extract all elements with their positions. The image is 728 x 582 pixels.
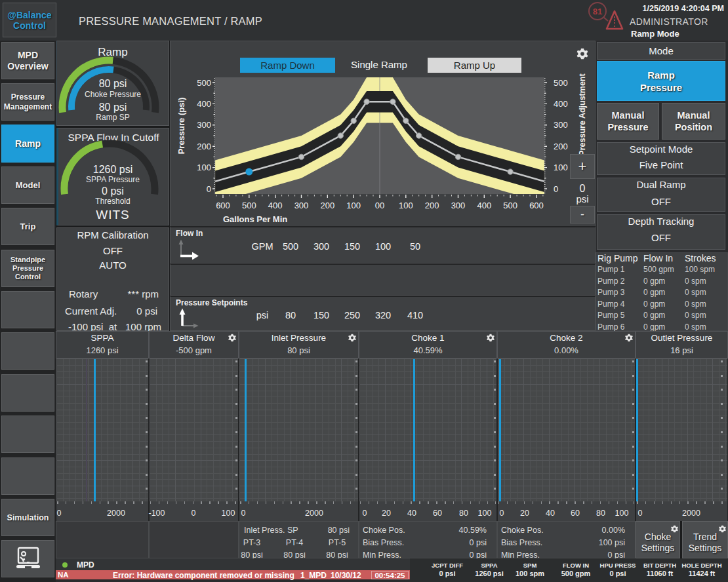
- svg-text:300: 300: [554, 120, 568, 130]
- svg-text:100: 100: [554, 163, 568, 172]
- svg-text:81: 81: [593, 7, 602, 16]
- svg-text:Gallons Per Min: Gallons Per Min: [223, 214, 287, 224]
- svg-text:200: 200: [197, 142, 211, 151]
- svg-text:600: 600: [529, 201, 544, 210]
- svg-text:500: 500: [554, 78, 568, 88]
- svg-text:400: 400: [268, 201, 283, 210]
- svg-text:500: 500: [197, 78, 211, 88]
- svg-text:100: 100: [197, 163, 211, 172]
- svg-text:200: 200: [554, 142, 568, 151]
- svg-text:200: 200: [320, 201, 334, 210]
- svg-text:300: 300: [294, 201, 309, 210]
- svg-text:400: 400: [197, 99, 211, 109]
- svg-text:300: 300: [451, 201, 466, 210]
- svg-text:500: 500: [503, 201, 517, 210]
- svg-text:400: 400: [554, 99, 568, 109]
- svg-text:0: 0: [207, 184, 211, 194]
- svg-text:Pressure (psi): Pressure (psi): [176, 98, 186, 155]
- svg-text:100: 100: [346, 201, 361, 210]
- svg-text:200: 200: [425, 201, 439, 210]
- svg-text:0: 0: [554, 184, 558, 194]
- svg-text:100: 100: [399, 201, 413, 210]
- svg-text:400: 400: [477, 201, 491, 210]
- svg-text:300: 300: [197, 120, 211, 130]
- svg-text:500: 500: [242, 201, 256, 210]
- svg-text:00: 00: [375, 201, 384, 210]
- svg-text:600: 600: [216, 201, 230, 210]
